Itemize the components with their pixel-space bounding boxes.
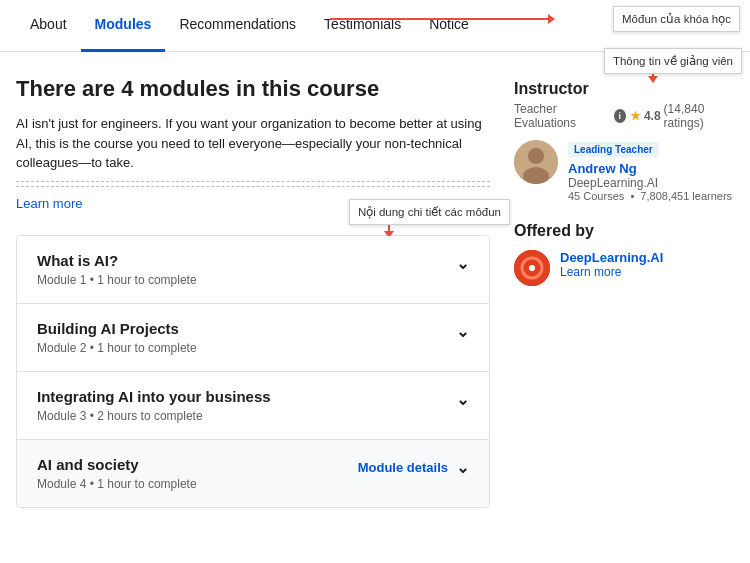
left-panel: There are 4 modules in this course AI is… xyxy=(16,76,490,508)
module-1-meta: Module 1 • 1 hour to complete xyxy=(37,273,197,287)
instructor-name[interactable]: Andrew Ng xyxy=(568,161,734,176)
offered-card: DeepLearning.AI Learn more xyxy=(514,250,734,286)
modules-annotation: Nội dung chi tiết các môđun xyxy=(349,199,510,225)
offered-title: Offered by xyxy=(514,222,734,240)
modules-annotation-arrow xyxy=(388,211,390,233)
page-title: There are 4 modules in this course xyxy=(16,76,490,102)
rating-badge: ★ 4.8 (14,840 ratings) xyxy=(630,102,734,130)
teacher-eval-label: Teacher Evaluations xyxy=(514,102,610,130)
offered-org-name[interactable]: DeepLearning.AI xyxy=(560,250,663,265)
nav-recommendations[interactable]: Recommendations xyxy=(165,0,310,52)
instructor-annotation-arrow xyxy=(652,60,654,78)
instructor-stats: 45 Courses • 7,808,451 learners xyxy=(568,190,734,202)
offered-logo xyxy=(514,250,550,286)
module-3-name: Integrating AI into your business xyxy=(37,388,271,405)
module-2-chevron[interactable]: ⌄ xyxy=(456,322,469,341)
svg-point-5 xyxy=(529,265,535,271)
module-4-name: AI and society xyxy=(37,456,197,473)
module-4-meta: Module 4 • 1 hour to complete xyxy=(37,477,197,491)
instructor-learners: 7,808,451 learners xyxy=(640,190,732,202)
modules-list: What is AI? Module 1 • 1 hour to complet… xyxy=(16,235,490,508)
teacher-eval: Teacher Evaluations i ★ 4.8 (14,840 rati… xyxy=(514,102,734,130)
instructor-section: Instructor Teacher Evaluations i ★ 4.8 (… xyxy=(514,80,734,202)
module-item-3[interactable]: Integrating AI into your business Module… xyxy=(17,372,489,440)
right-panel: Thông tin về giảng viên Instructor Teach… xyxy=(514,76,734,508)
instructor-title: Instructor xyxy=(514,80,734,98)
nav-about[interactable]: About xyxy=(16,0,81,52)
offered-section: Offered by DeepLearning.AI Learn more xyxy=(514,222,734,286)
instructor-annotation: Thông tin về giảng viên xyxy=(604,48,742,74)
nav-annotation: Môđun của khóa học xyxy=(613,6,740,32)
nav-notice[interactable]: Notice xyxy=(415,0,483,52)
module-item-4[interactable]: AI and society Module 4 • 1 hour to comp… xyxy=(17,440,489,507)
module-item-1[interactable]: What is AI? Module 1 • 1 hour to complet… xyxy=(17,236,489,304)
module-3-meta: Module 3 • 2 hours to complete xyxy=(37,409,271,423)
module-1-chevron[interactable]: ⌄ xyxy=(456,254,469,273)
module-2-name: Building AI Projects xyxy=(37,320,197,337)
page-description: AI isn't just for engineers. If you want… xyxy=(16,114,490,173)
offered-learn-more[interactable]: Learn more xyxy=(560,265,663,279)
nav-annotation-arrow xyxy=(330,18,550,20)
module-4-action[interactable]: Module details ⌄ xyxy=(358,456,469,477)
learn-more-link[interactable]: Learn more xyxy=(16,196,82,211)
instructor-courses: 45 Courses xyxy=(568,190,624,202)
instructor-avatar xyxy=(514,140,558,184)
offered-info: DeepLearning.AI Learn more xyxy=(560,250,663,279)
nav-testimonials[interactable]: Testimonials xyxy=(310,0,415,52)
module-details-label: Module details xyxy=(358,460,448,475)
rating-count: (14,840 ratings) xyxy=(664,102,734,130)
module-4-chevron[interactable]: ⌄ xyxy=(456,458,469,477)
module-item-2[interactable]: Building AI Projects Module 2 • 1 hour t… xyxy=(17,304,489,372)
instructor-card: Leading Teacher Andrew Ng DeepLearning.A… xyxy=(514,140,734,202)
nav-modules[interactable]: Modules xyxy=(81,0,166,52)
instructor-org: DeepLearning.AI xyxy=(568,176,734,190)
svg-point-1 xyxy=(528,148,544,164)
instructor-info: Leading Teacher Andrew Ng DeepLearning.A… xyxy=(568,140,734,202)
rating-value: 4.8 xyxy=(644,109,661,123)
module-2-meta: Module 2 • 1 hour to complete xyxy=(37,341,197,355)
navigation-bar: About Modules Recommendations Testimonia… xyxy=(0,0,750,52)
module-3-chevron[interactable]: ⌄ xyxy=(456,390,469,409)
star-icon: ★ xyxy=(630,109,641,123)
module-1-name: What is AI? xyxy=(37,252,197,269)
info-icon[interactable]: i xyxy=(614,109,626,123)
leading-teacher-badge: Leading Teacher xyxy=(568,142,659,157)
